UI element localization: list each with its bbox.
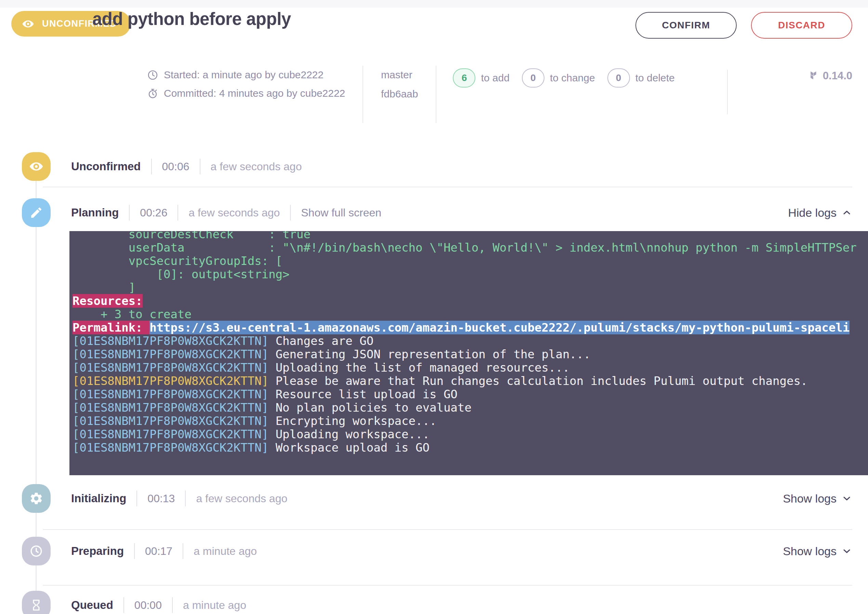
stage-main: Initializing 00:13 a few seconds ago: [71, 484, 287, 513]
divider: [290, 205, 291, 220]
log-segment-blue: [01ES8NBM17PF8P0W8XGCK2KTTN]: [73, 387, 269, 401]
page-title: add python before apply: [92, 9, 291, 29]
chevron-down-icon: [841, 546, 852, 557]
log-segment-green: userData : "\n#!/bin/bash\necho \"Hello,…: [73, 241, 857, 254]
meta-right: 0.14.0: [727, 66, 852, 123]
divider: [185, 491, 186, 506]
preparing-stage-badge: [22, 537, 51, 566]
stage-name: Initializing: [71, 492, 126, 505]
log-line: + 3 to create: [73, 308, 868, 321]
committed-row: Committed: 4 minutes ago by cube2222: [147, 87, 363, 99]
log-line: vpcSecurityGroupIds: [: [73, 254, 868, 268]
log-line: [0]: output<string>: [73, 268, 868, 281]
log-segment-yellow: [01ES8NBM17PF8P0W8XGCK2KTTN]: [73, 374, 269, 388]
planning-stage-badge: [22, 198, 51, 227]
to-delete-item: 0 to delete: [607, 68, 675, 87]
stage-duration: 00:26: [140, 206, 167, 219]
confirm-button[interactable]: CONFIRM: [635, 12, 737, 39]
divider: [134, 543, 135, 559]
log-line: [01ES8NBM17PF8P0W8XGCK2KTTN] Resource li…: [73, 388, 868, 401]
to-add-count: 6: [453, 68, 475, 87]
to-add-item: 6 to add: [453, 68, 509, 87]
to-delete-count: 0: [607, 68, 630, 87]
stage-timestamp: a few seconds ago: [211, 160, 302, 173]
to-add-label: to add: [481, 72, 509, 84]
clock-icon: [147, 70, 158, 81]
chevron-up-icon: [841, 207, 852, 218]
stage-duration: 00:13: [148, 492, 175, 505]
eye-icon: [29, 159, 44, 174]
log-segment-white: Encrypting workspace...: [269, 414, 436, 428]
terraform-version: 0.14.0: [728, 70, 852, 82]
log-segment-green: sourceDestCheck : true: [73, 231, 311, 241]
stage-timestamp: a minute ago: [183, 599, 246, 612]
unconfirmed-stage-badge: [22, 152, 51, 181]
log-line: [01ES8NBM17PF8P0W8XGCK2KTTN] Uploading w…: [73, 428, 868, 441]
log-segment-green: ]: [73, 281, 135, 295]
show-fullscreen-link[interactable]: Show full screen: [301, 206, 381, 219]
divider: [129, 205, 130, 220]
stage-row-preparing: Preparing 00:17 a minute ago Show logs: [0, 537, 852, 566]
stage-main: Planning 00:26 a few seconds ago Show fu…: [71, 198, 381, 227]
discard-button[interactable]: DISCARD: [751, 12, 852, 39]
log-line: [01ES8NBM17PF8P0W8XGCK2KTTN] Uploading t…: [73, 361, 868, 374]
log-segment-blue: [01ES8NBM17PF8P0W8XGCK2KTTN]: [73, 427, 269, 441]
log-segment-blue: [01ES8NBM17PF8P0W8XGCK2KTTN]: [73, 334, 269, 348]
initializing-stage-badge: [22, 484, 51, 513]
stage-duration: 00:17: [145, 545, 172, 558]
log-line: sourceDestCheck : true: [73, 231, 868, 241]
change-summary: 6 to add 0 to change 0 to delete: [436, 66, 674, 123]
log-segment-white: Generating JSON representation of the pl…: [269, 347, 591, 361]
stage-name: Unconfirmed: [71, 160, 141, 173]
queued-stage-badge: [22, 591, 51, 614]
stage-name: Preparing: [71, 544, 124, 558]
show-logs-label: Show logs: [783, 544, 837, 558]
log-segment-white: Uploading workspace...: [269, 427, 430, 441]
log-segment-white: Resource list upload is GO: [269, 387, 458, 401]
log-segment-pinkhl: Permalink:: [73, 321, 149, 334]
log-segment-green: + 3 to create: [73, 307, 191, 321]
stage-timestamp: a few seconds ago: [188, 206, 280, 219]
log-segment-blue: [01ES8NBM17PF8P0W8XGCK2KTTN]: [73, 401, 269, 414]
show-logs-toggle[interactable]: Show logs: [783, 537, 852, 566]
commit-sha[interactable]: fdb6aab: [381, 88, 418, 100]
hourglass-icon: [30, 598, 43, 612]
top-strip: [0, 0, 868, 8]
log-segment-white: Changes are GO: [269, 334, 373, 348]
meta-times: Started: a minute ago by cube2222 Commit…: [147, 66, 363, 123]
log-console[interactable]: sourceDestCheck : true userData : "\n#!/…: [70, 231, 868, 475]
to-change-item: 0 to change: [522, 68, 595, 87]
eye-icon: [22, 17, 34, 30]
divider: [137, 491, 137, 506]
started-row: Started: a minute ago by cube2222: [147, 69, 363, 81]
stage-main: Preparing 00:17 a minute ago: [71, 537, 257, 566]
log-line: userData : "\n#!/bin/bash\necho \"Hello,…: [73, 241, 868, 254]
stage-row-initializing: Initializing 00:13 a few seconds ago Sho…: [0, 484, 852, 513]
divider: [172, 597, 173, 613]
log-segment-blue: [01ES8NBM17PF8P0W8XGCK2KTTN]: [73, 361, 269, 374]
clock-icon: [29, 544, 43, 558]
stage-row-unconfirmed: Unconfirmed 00:06 a few seconds ago: [0, 152, 852, 181]
hide-logs-toggle[interactable]: Hide logs: [788, 198, 852, 227]
header-actions: CONFIRM DISCARD: [635, 12, 852, 39]
log-segment-white: Please be aware that Run changes calcula…: [269, 374, 807, 388]
log-segment-pinkhl: Resources:: [73, 294, 143, 308]
log-line: [01ES8NBM17PF8P0W8XGCK2KTTN] Encrypting …: [73, 414, 868, 428]
log-segment-blue: [01ES8NBM17PF8P0W8XGCK2KTTN]: [73, 441, 269, 454]
separator: [43, 187, 852, 188]
log-segment-green: vpcSecurityGroupIds: [: [73, 254, 283, 268]
started-text: Started: a minute ago by cube2222: [164, 69, 323, 81]
log-line: Resources:: [73, 295, 868, 308]
show-logs-label: Show logs: [783, 492, 837, 505]
divider: [183, 543, 183, 559]
stopwatch-icon: [147, 88, 158, 99]
to-change-label: to change: [550, 72, 595, 84]
to-change-count: 0: [522, 68, 545, 87]
divider: [123, 597, 124, 613]
show-logs-toggle[interactable]: Show logs: [783, 484, 852, 513]
separator: [43, 585, 852, 586]
terraform-version-label: 0.14.0: [823, 70, 852, 82]
stage-row-queued: Queued 00:00 a minute ago: [0, 591, 852, 614]
branch-name[interactable]: master: [381, 69, 418, 81]
divider: [200, 159, 200, 174]
